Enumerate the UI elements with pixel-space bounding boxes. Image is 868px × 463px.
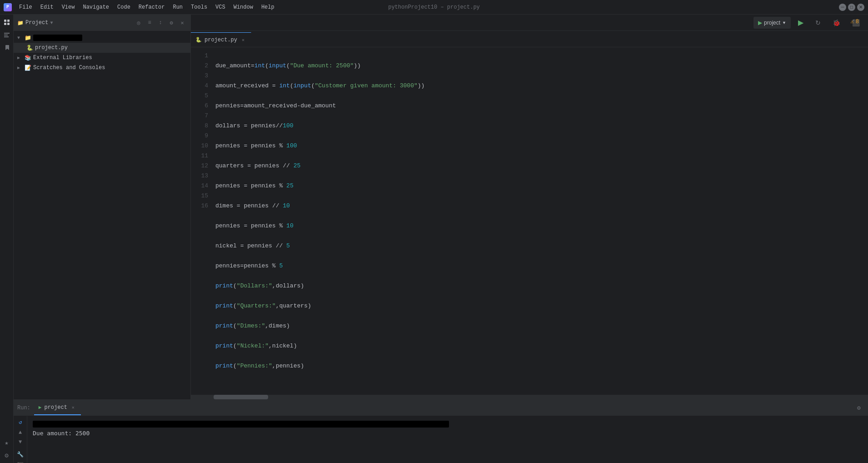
line-num-2: 2 xyxy=(191,61,208,71)
project-panel-label: 📁 Project ▼ xyxy=(17,20,132,26)
tree-root-folder[interactable]: ▼ 📁 pythonProject10 xyxy=(14,33,190,43)
run-button[interactable]: ▶ xyxy=(793,17,808,29)
tree-item-scratches[interactable]: ▶ 📝 Scratches and Consoles xyxy=(14,63,190,73)
gear-btn[interactable]: ⚙ xyxy=(167,18,176,27)
project-tree: ▼ 📁 pythonProject10 🐍 project.py ▶ 📚 Ext… xyxy=(14,31,190,399)
menu-tools[interactable]: Tools xyxy=(187,3,211,11)
line-num-11: 11 xyxy=(191,151,208,161)
menu-window[interactable]: Window xyxy=(230,3,257,11)
code-line-2: amount_received = int(input("Customer gi… xyxy=(214,81,868,91)
run-tab-project[interactable]: ▶ project ✕ xyxy=(34,401,81,415)
ext-libs-label: External Libraries xyxy=(33,55,92,61)
line-num-10: 10 xyxy=(191,141,208,151)
run-config-bar: ▶ project ▼ ▶ ↻ 🐞 ⬛ xyxy=(191,15,868,31)
dropdown-icon: ▼ xyxy=(782,20,786,25)
run-tab-icon: ▶ xyxy=(39,404,42,410)
svg-rect-2 xyxy=(4,23,6,25)
activity-bar: ★ ⚙ xyxy=(0,15,14,463)
activity-bookmarks[interactable] xyxy=(1,42,13,54)
tab-projectpy-label: project.py xyxy=(205,37,237,43)
line-num-1: 1 xyxy=(191,51,208,61)
warning-count: 8 xyxy=(856,19,859,25)
code-line-9: pennies = pennies % 10 xyxy=(214,221,868,231)
debug-button[interactable]: 🐞 xyxy=(828,17,845,29)
tab-bar: 🐍 project.py ✕ xyxy=(191,31,868,47)
menu-refactor[interactable]: Refactor xyxy=(135,3,169,11)
panel-settings-btn[interactable]: ⚙ xyxy=(853,403,864,413)
title-bar: P File Edit View Navigate Code Refactor … xyxy=(0,0,868,15)
code-editor[interactable]: 1 2 3 4 5 6 7 8 9 10 11 12 13 14 xyxy=(191,47,868,395)
sort-btn[interactable]: ↕ xyxy=(156,18,165,27)
editor-area: ▶ project ▼ ▶ ↻ 🐞 ⬛ 🐍 project.py ✕ xyxy=(191,15,868,399)
menu-vcs[interactable]: VCS xyxy=(212,3,229,11)
code-line-4: dollars = pennies//100 xyxy=(214,121,868,131)
activity-settings[interactable]: ⚙ xyxy=(1,449,13,461)
terminal-line-1: Due amount: 2500 xyxy=(33,429,863,438)
svg-rect-1 xyxy=(7,20,10,22)
tab-close-btn[interactable]: ✕ xyxy=(240,37,246,43)
line-num-7: 7 xyxy=(191,111,208,121)
collapse-all-btn[interactable]: ≡ xyxy=(145,18,154,27)
python-file-icon: 🐍 xyxy=(26,45,33,51)
run-config-selector[interactable]: ▶ project ▼ xyxy=(753,17,791,29)
line-num-9: 9 xyxy=(191,131,208,141)
menu-code[interactable]: Code xyxy=(114,3,134,11)
run-label: Run: xyxy=(17,405,30,411)
run-restart-btn[interactable]: ↺ xyxy=(15,418,26,427)
bottom-panel: Run: ▶ project ✕ ⚙ ↺ ▲ ▼ 🔧 ⬛ xyxy=(14,399,868,463)
run-scroll-up-btn[interactable]: ▲ xyxy=(15,428,26,437)
run-tab-close-btn[interactable]: ✕ xyxy=(70,404,76,411)
run-panel-content: ↺ ▲ ▼ 🔧 ⬛ ⇩ ≡ 🗑 xyxy=(14,416,868,463)
app-icon: P xyxy=(4,3,12,11)
expand-icon-scratches: ▶ xyxy=(17,65,23,70)
run-config-label: project xyxy=(764,20,780,26)
menu-bar: File Edit View Navigate Code Refactor Ru… xyxy=(15,3,278,11)
maximize-button[interactable]: □ xyxy=(848,4,855,11)
projectpy-label: project.py xyxy=(35,45,68,51)
root-folder-label: pythonProject10 xyxy=(33,35,82,41)
code-content[interactable]: due_amount=int(input("Due amount: 2500")… xyxy=(214,47,868,395)
minimize-button[interactable]: ─ xyxy=(839,4,846,11)
code-line-3: pennies=amount_received-due_amount xyxy=(214,101,868,111)
tree-item-projectpy[interactable]: 🐍 project.py xyxy=(14,43,190,53)
run-stop-btn[interactable]: ⬛ xyxy=(15,461,26,463)
activity-structure[interactable] xyxy=(1,29,13,41)
svg-rect-0 xyxy=(4,20,6,22)
scratches-label: Scratches and Consoles xyxy=(33,65,105,71)
menu-edit[interactable]: Edit xyxy=(37,3,57,11)
line-num-5: 5 xyxy=(191,91,208,101)
menu-navigate[interactable]: Navigate xyxy=(79,3,113,11)
refresh-button[interactable]: ↻ xyxy=(811,17,825,29)
close-button[interactable]: ✕ xyxy=(857,4,864,11)
menu-view[interactable]: View xyxy=(58,3,79,11)
line-num-13: 13 xyxy=(191,171,208,181)
editor-warning: ⚠ 8 xyxy=(851,18,859,25)
tree-item-external-libraries[interactable]: ▶ 📚 External Libraries xyxy=(14,53,190,63)
code-line-14: print("Dimes:",dimes) xyxy=(214,321,868,331)
line-num-15: 15 xyxy=(191,191,208,201)
svg-rect-5 xyxy=(4,35,8,35)
activity-project[interactable] xyxy=(1,16,13,28)
code-line-13: print("Quarters:",quarters) xyxy=(214,301,868,311)
line-num-6: 6 xyxy=(191,101,208,111)
content-area: 📁 Project ▼ ◎ ≡ ↕ ⚙ ✕ ▼ 📁 pythonProj xyxy=(14,15,868,463)
run-sidebar-controls: ↺ ▲ ▼ 🔧 ⬛ ⇩ ≡ 🗑 xyxy=(14,416,27,463)
menu-run[interactable]: Run xyxy=(169,3,186,11)
run-scroll-down-btn[interactable]: ▼ xyxy=(15,438,26,447)
main-layout: ★ ⚙ 📁 Project ▼ ◎ ≡ ↕ ⚙ ✕ xyxy=(0,15,868,463)
tab-projectpy[interactable]: 🐍 project.py ✕ xyxy=(191,32,251,47)
warning-triangle-icon: ⚠ xyxy=(851,18,854,25)
close-sidebar-btn[interactable]: ✕ xyxy=(178,18,187,27)
title-bar-left: P File Edit View Navigate Code Refactor … xyxy=(4,3,278,11)
line-num-12: 12 xyxy=(191,161,208,171)
activity-favorites[interactable]: ★ xyxy=(1,437,13,448)
horizontal-scrollbar[interactable] xyxy=(191,395,868,399)
locate-file-btn[interactable]: ◎ xyxy=(134,18,143,27)
run-tools-btn[interactable]: 🔧 xyxy=(15,450,26,459)
menu-file[interactable]: File xyxy=(15,3,36,11)
terminal-output[interactable]: Due amount: 2500 xyxy=(27,416,868,463)
menu-help[interactable]: Help xyxy=(258,3,278,11)
code-line-5: pennies = pennies % 100 xyxy=(214,141,868,151)
ext-libs-icon: 📚 xyxy=(25,55,31,61)
line-num-16: 16 xyxy=(191,201,208,211)
